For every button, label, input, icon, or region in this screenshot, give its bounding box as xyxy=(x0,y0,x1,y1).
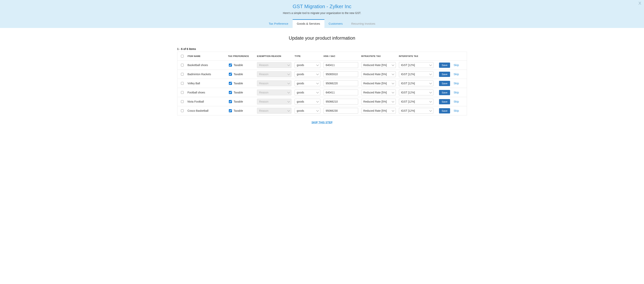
interstate-tax-select[interactable]: IGST [12%] xyxy=(399,80,434,86)
intrastate-tax-select[interactable]: Reduced Rate [5%] xyxy=(361,108,396,114)
col-item-name: ITEM NAME xyxy=(186,52,226,61)
row-select-checkbox[interactable] xyxy=(181,91,184,94)
exemption-reason-select: Reason xyxy=(257,80,292,86)
tab-customers[interactable]: Customers xyxy=(324,19,347,28)
skip-link[interactable]: Skip xyxy=(454,64,459,67)
type-select[interactable]: goods xyxy=(294,108,320,114)
exemption-reason-select: Reason xyxy=(257,90,292,95)
skip-link[interactable]: Skip xyxy=(454,109,459,112)
row-select-checkbox[interactable] xyxy=(181,82,184,85)
interstate-tax-select[interactable]: IGST [12%] xyxy=(399,99,434,104)
tab-bar: Tax PreferenceGoods & ServicesCustomersR… xyxy=(0,19,644,28)
table-row: Basketball shoes Taxable Reason goods xyxy=(177,61,467,70)
taxable-checkbox[interactable] xyxy=(229,73,232,76)
taxable-toggle[interactable]: Taxable xyxy=(228,90,243,95)
col-type: TYPE xyxy=(293,52,322,61)
table-header-row: ITEM NAME TAX PREFERENCE EXEMPTION REASO… xyxy=(177,52,467,61)
hsn-sac-input[interactable] xyxy=(324,71,358,77)
page-subtitle: Here's a simple tool to migrate your org… xyxy=(0,12,644,15)
page-title: GST Migration - Zylker Inc xyxy=(0,4,644,10)
taxable-label: Taxable xyxy=(234,73,243,76)
exemption-reason-select: Reason xyxy=(257,62,292,68)
col-interstate-tax: INTERSTATE TAX xyxy=(397,52,435,61)
save-button[interactable]: Save xyxy=(439,63,450,68)
type-select[interactable]: goods xyxy=(294,99,320,104)
taxable-checkbox[interactable] xyxy=(229,64,232,67)
taxable-checkbox[interactable] xyxy=(229,91,232,94)
item-name-text: Cosco Basketball xyxy=(188,109,208,112)
section-title: Update your product information xyxy=(177,35,467,41)
hsn-sac-input[interactable] xyxy=(324,108,358,114)
taxable-toggle[interactable]: Taxable xyxy=(228,63,243,67)
save-button[interactable]: Save xyxy=(439,108,450,113)
close-icon[interactable]: X xyxy=(638,1,641,6)
exemption-reason-select: Reason xyxy=(257,108,292,114)
item-name-text: Badminton Rackets xyxy=(188,73,211,76)
type-select[interactable]: goods xyxy=(294,71,320,77)
taxable-checkbox[interactable] xyxy=(229,109,232,112)
interstate-tax-select[interactable]: IGST [12%] xyxy=(399,71,434,77)
interstate-tax-select[interactable]: IGST [12%] xyxy=(399,62,434,68)
col-tax-preference: TAX PREFERENCE xyxy=(226,52,256,61)
col-actions xyxy=(435,52,467,61)
interstate-tax-select[interactable]: IGST [12%] xyxy=(399,108,434,114)
table-row: Cosco Basketball Taxable Reason goods xyxy=(177,106,467,115)
save-button[interactable]: Save xyxy=(439,81,450,86)
taxable-toggle[interactable]: Taxable xyxy=(228,81,243,85)
col-hsn-sac: HSN / SAC xyxy=(322,52,360,61)
type-select[interactable]: goods xyxy=(294,80,320,86)
taxable-label: Taxable xyxy=(234,109,243,112)
tab-recurring-invoices: Recurring Invoices xyxy=(347,19,380,28)
save-button[interactable]: Save xyxy=(439,99,450,104)
item-count-label: 1 - 6 of 6 items xyxy=(177,47,467,51)
item-name-text: Football shoes xyxy=(188,91,205,94)
select-all-checkbox[interactable] xyxy=(181,55,184,58)
intrastate-tax-select[interactable]: Reduced Rate [5%] xyxy=(361,99,396,104)
taxable-checkbox[interactable] xyxy=(229,82,232,85)
hsn-sac-input[interactable] xyxy=(324,90,358,95)
intrastate-tax-select[interactable]: Reduced Rate [5%] xyxy=(361,80,396,86)
hsn-sac-input[interactable] xyxy=(324,80,358,86)
table-row: Volley Ball Taxable Reason goods xyxy=(177,79,467,88)
skip-link[interactable]: Skip xyxy=(454,82,459,85)
taxable-toggle[interactable]: Taxable xyxy=(228,72,243,76)
hsn-sac-input[interactable] xyxy=(324,62,358,68)
row-select-checkbox[interactable] xyxy=(181,109,184,112)
items-table: ITEM NAME TAX PREFERENCE EXEMPTION REASO… xyxy=(177,52,467,115)
taxable-label: Taxable xyxy=(234,100,243,103)
page-header: X GST Migration - Zylker Inc Here's a si… xyxy=(0,0,644,28)
tab-goods-services[interactable]: Goods & Services xyxy=(292,19,324,28)
tab-tax-preference[interactable]: Tax Preference xyxy=(264,19,292,28)
exemption-reason-select: Reason xyxy=(257,71,292,77)
row-select-checkbox[interactable] xyxy=(181,64,184,66)
exemption-reason-select: Reason xyxy=(257,99,292,104)
interstate-tax-select[interactable]: IGST [12%] xyxy=(399,90,434,95)
skip-link[interactable]: Skip xyxy=(454,73,459,76)
row-select-checkbox[interactable] xyxy=(181,100,184,103)
item-name-text: Basketball shoes xyxy=(188,64,208,67)
hsn-sac-input[interactable] xyxy=(324,99,358,104)
skip-this-step-link[interactable]: SKIP THIS STEP xyxy=(177,121,467,124)
save-button[interactable]: Save xyxy=(439,90,450,95)
taxable-label: Taxable xyxy=(234,64,243,67)
skip-link[interactable]: Skip xyxy=(454,91,459,94)
intrastate-tax-select[interactable]: Reduced Rate [5%] xyxy=(361,71,396,77)
type-select[interactable]: goods xyxy=(294,62,320,68)
table-row: Badminton Rackets Taxable Reason goods xyxy=(177,70,467,79)
row-select-checkbox[interactable] xyxy=(181,73,184,76)
save-button[interactable]: Save xyxy=(439,72,450,77)
taxable-toggle[interactable]: Taxable xyxy=(228,99,243,104)
col-exemption-reason: EXEMPTION REASON xyxy=(256,52,293,61)
table-row: Football shoes Taxable Reason goods xyxy=(177,88,467,97)
intrastate-tax-select[interactable]: Reduced Rate [5%] xyxy=(361,90,396,95)
type-select[interactable]: goods xyxy=(294,90,320,95)
taxable-toggle[interactable]: Taxable xyxy=(228,109,243,113)
taxable-checkbox[interactable] xyxy=(229,100,232,103)
skip-link[interactable]: Skip xyxy=(454,100,459,103)
item-name-text: Volley Ball xyxy=(188,82,200,85)
table-row: Nivia Football Taxable Reason goods xyxy=(177,97,467,106)
col-intrastate-tax: INTRASTATE TAX xyxy=(360,52,397,61)
taxable-label: Taxable xyxy=(234,82,243,85)
intrastate-tax-select[interactable]: Reduced Rate [5%] xyxy=(361,62,396,68)
item-name-text: Nivia Football xyxy=(188,100,204,103)
